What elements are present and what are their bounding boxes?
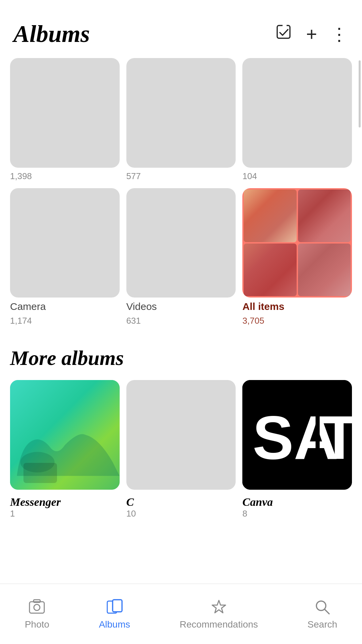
album-thumbnail[interactable] bbox=[126, 58, 236, 168]
album-count: 1 bbox=[10, 508, 120, 519]
album-info: C 10 bbox=[126, 493, 236, 519]
album-thumbnail[interactable] bbox=[242, 58, 352, 168]
svg-rect-14 bbox=[113, 600, 122, 612]
album-messenger[interactable]: Messenger 1 bbox=[10, 380, 120, 519]
nav-item-recommendations[interactable]: Recommendations bbox=[173, 595, 264, 633]
album-label: All items bbox=[242, 301, 352, 312]
select-icon[interactable] bbox=[275, 23, 293, 45]
svg-rect-10 bbox=[29, 602, 44, 613]
bottom-navigation: Photo Albums Recommendations Search bbox=[0, 584, 362, 644]
albums-icon bbox=[106, 598, 123, 616]
svg-line-18 bbox=[324, 609, 329, 614]
album-count: 10 bbox=[126, 508, 236, 519]
album-thumbnail[interactable] bbox=[126, 188, 236, 298]
album-count: 1,398 bbox=[10, 171, 120, 181]
top-albums-grid: 1,398 577 104 Camera 1,174 Videos 631 Al… bbox=[0, 51, 362, 333]
sub-photo-4 bbox=[298, 244, 351, 296]
svg-text:T: T bbox=[320, 403, 352, 472]
scrollbar[interactable] bbox=[359, 60, 361, 127]
album-info: Messenger 1 bbox=[10, 493, 120, 519]
header-actions: + ⋮ bbox=[275, 23, 349, 45]
nav-label-photo: Photo bbox=[25, 619, 49, 630]
svg-rect-1 bbox=[283, 24, 287, 27]
add-icon[interactable]: + bbox=[306, 23, 317, 45]
sub-photo-2 bbox=[298, 190, 351, 242]
album-count: 3,705 bbox=[242, 316, 352, 326]
album-label: Messenger bbox=[10, 496, 120, 508]
album-info: Canva 8 bbox=[242, 493, 352, 519]
nav-item-albums[interactable]: Albums bbox=[92, 595, 137, 633]
album-count: 104 bbox=[242, 171, 352, 181]
more-albums-section: More albums bbox=[0, 333, 362, 522]
svg-marker-16 bbox=[212, 600, 226, 613]
album-count: 631 bbox=[126, 316, 236, 326]
page-header: Albums + ⋮ bbox=[0, 0, 362, 58]
more-options-icon[interactable]: ⋮ bbox=[330, 25, 349, 43]
album-count: 577 bbox=[126, 171, 236, 181]
album-all-items[interactable]: All items 3,705 bbox=[242, 188, 352, 326]
svg-point-3 bbox=[20, 452, 55, 473]
nav-label-albums: Albums bbox=[99, 619, 130, 630]
album-thumbnail-grey[interactable] bbox=[126, 380, 236, 490]
recommendations-icon bbox=[210, 598, 228, 616]
sub-photo-3 bbox=[244, 244, 296, 296]
photo-icon bbox=[28, 598, 46, 616]
sub-photo-1 bbox=[244, 190, 296, 242]
album-item[interactable]: 1,398 bbox=[10, 58, 120, 181]
album-unknown[interactable]: C 10 bbox=[126, 380, 236, 519]
album-thumbnail-canva[interactable]: SA T bbox=[242, 380, 352, 490]
album-thumbnail[interactable] bbox=[10, 58, 120, 168]
album-count: 1,174 bbox=[10, 316, 120, 326]
svg-rect-12 bbox=[34, 600, 40, 602]
album-label: Videos bbox=[126, 301, 236, 312]
search-icon bbox=[314, 598, 331, 616]
album-label: Canva bbox=[242, 496, 352, 508]
page-title: Albums bbox=[13, 20, 90, 48]
album-item[interactable]: 577 bbox=[126, 58, 236, 181]
album-videos[interactable]: Videos 631 bbox=[126, 188, 236, 326]
album-all-thumbnail[interactable] bbox=[242, 188, 352, 298]
album-label: Camera bbox=[10, 301, 120, 312]
svg-point-11 bbox=[34, 604, 40, 610]
nav-label-search: Search bbox=[307, 619, 337, 630]
svg-rect-0 bbox=[277, 25, 290, 38]
album-canva[interactable]: SA T Canva 8 bbox=[242, 380, 352, 519]
album-label: C bbox=[126, 496, 236, 508]
album-thumbnail[interactable] bbox=[10, 188, 120, 298]
more-albums-title: More albums bbox=[0, 333, 362, 377]
nav-item-search[interactable]: Search bbox=[301, 595, 344, 633]
album-count: 8 bbox=[242, 508, 352, 519]
more-albums-grid: Messenger 1 C 10 SA T bbox=[0, 377, 362, 522]
album-item[interactable]: 104 bbox=[242, 58, 352, 181]
nav-item-photo[interactable]: Photo bbox=[18, 595, 56, 633]
album-thumbnail-messenger[interactable] bbox=[10, 380, 120, 490]
album-camera[interactable]: Camera 1,174 bbox=[10, 188, 120, 326]
nav-label-recommendations: Recommendations bbox=[180, 619, 258, 630]
